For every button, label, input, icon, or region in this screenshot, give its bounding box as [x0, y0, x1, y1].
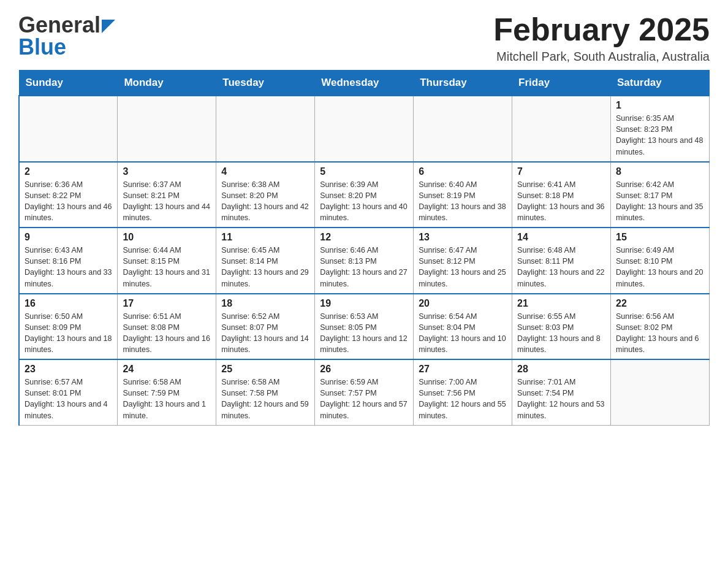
table-row: 21Sunrise: 6:55 AM Sunset: 8:03 PM Dayli…	[512, 294, 611, 360]
day-number: 14	[517, 232, 605, 243]
day-number: 18	[221, 298, 309, 309]
table-row: 13Sunrise: 6:47 AM Sunset: 8:12 PM Dayli…	[414, 228, 512, 294]
table-row: 8Sunrise: 6:42 AM Sunset: 8:17 PM Daylig…	[611, 162, 710, 228]
day-info: Sunrise: 6:43 AM Sunset: 8:16 PM Dayligh…	[25, 245, 112, 289]
day-info: Sunrise: 6:36 AM Sunset: 8:22 PM Dayligh…	[25, 179, 112, 224]
table-row: 16Sunrise: 6:50 AM Sunset: 8:09 PM Dayli…	[19, 294, 118, 360]
day-number: 25	[221, 364, 309, 375]
table-row: 24Sunrise: 6:58 AM Sunset: 7:59 PM Dayli…	[118, 359, 216, 425]
table-row: 2Sunrise: 6:36 AM Sunset: 8:22 PM Daylig…	[19, 162, 118, 228]
calendar-header-row: Sunday Monday Tuesday Wednesday Thursday…	[19, 71, 710, 96]
day-info: Sunrise: 6:35 AM Sunset: 8:23 PM Dayligh…	[616, 113, 704, 158]
location-subtitle: Mitchell Park, South Australia, Australi…	[493, 50, 710, 64]
day-info: Sunrise: 6:56 AM Sunset: 8:02 PM Dayligh…	[616, 311, 704, 356]
calendar-week-row: 16Sunrise: 6:50 AM Sunset: 8:09 PM Dayli…	[19, 294, 710, 360]
day-number: 20	[419, 298, 507, 309]
table-row: 4Sunrise: 6:38 AM Sunset: 8:20 PM Daylig…	[216, 162, 315, 228]
day-number: 22	[616, 298, 704, 309]
day-number: 16	[25, 298, 112, 309]
month-title: February 2025	[493, 12, 710, 47]
table-row: 11Sunrise: 6:45 AM Sunset: 8:14 PM Dayli…	[216, 228, 315, 294]
day-info: Sunrise: 6:39 AM Sunset: 8:20 PM Dayligh…	[320, 179, 408, 224]
logo-blue: Blue	[18, 34, 66, 60]
day-number: 3	[123, 166, 211, 177]
day-info: Sunrise: 6:49 AM Sunset: 8:10 PM Dayligh…	[616, 245, 704, 289]
day-info: Sunrise: 6:42 AM Sunset: 8:17 PM Dayligh…	[616, 179, 704, 224]
day-number: 11	[221, 232, 309, 243]
day-info: Sunrise: 6:58 AM Sunset: 7:58 PM Dayligh…	[221, 377, 309, 421]
table-row: 25Sunrise: 6:58 AM Sunset: 7:58 PM Dayli…	[216, 359, 315, 425]
table-row: 15Sunrise: 6:49 AM Sunset: 8:10 PM Dayli…	[611, 228, 710, 294]
day-info: Sunrise: 6:41 AM Sunset: 8:18 PM Dayligh…	[517, 179, 605, 224]
day-number: 27	[419, 364, 507, 375]
day-number: 9	[25, 232, 112, 243]
day-number: 7	[517, 166, 605, 177]
table-row	[611, 359, 710, 425]
day-info: Sunrise: 6:57 AM Sunset: 8:01 PM Dayligh…	[25, 377, 112, 421]
day-number: 28	[517, 364, 605, 375]
table-row: 14Sunrise: 6:48 AM Sunset: 8:11 PM Dayli…	[512, 228, 611, 294]
day-number: 21	[517, 298, 605, 309]
day-info: Sunrise: 6:59 AM Sunset: 7:57 PM Dayligh…	[320, 377, 408, 421]
day-number: 24	[123, 364, 211, 375]
day-number: 12	[320, 232, 408, 243]
table-row: 19Sunrise: 6:53 AM Sunset: 8:05 PM Dayli…	[315, 294, 414, 360]
col-wednesday: Wednesday	[315, 71, 414, 96]
table-row	[315, 96, 414, 162]
day-number: 1	[616, 100, 704, 111]
day-info: Sunrise: 6:55 AM Sunset: 8:03 PM Dayligh…	[517, 311, 605, 356]
day-info: Sunrise: 7:01 AM Sunset: 7:54 PM Dayligh…	[517, 377, 605, 421]
day-number: 17	[123, 298, 211, 309]
col-friday: Friday	[512, 71, 611, 96]
day-number: 23	[25, 364, 112, 375]
table-row: 27Sunrise: 7:00 AM Sunset: 7:56 PM Dayli…	[414, 359, 512, 425]
day-info: Sunrise: 6:58 AM Sunset: 7:59 PM Dayligh…	[123, 377, 211, 421]
day-info: Sunrise: 6:53 AM Sunset: 8:05 PM Dayligh…	[320, 311, 408, 356]
day-number: 5	[320, 166, 408, 177]
table-row: 1Sunrise: 6:35 AM Sunset: 8:23 PM Daylig…	[611, 96, 710, 162]
day-info: Sunrise: 7:00 AM Sunset: 7:56 PM Dayligh…	[419, 377, 507, 421]
day-number: 10	[123, 232, 211, 243]
svg-marker-0	[102, 20, 115, 33]
table-row: 10Sunrise: 6:44 AM Sunset: 8:15 PM Dayli…	[118, 228, 216, 294]
day-number: 2	[25, 166, 112, 177]
col-monday: Monday	[118, 71, 216, 96]
col-sunday: Sunday	[19, 71, 118, 96]
calendar-week-row: 23Sunrise: 6:57 AM Sunset: 8:01 PM Dayli…	[19, 359, 710, 425]
table-row: 28Sunrise: 7:01 AM Sunset: 7:54 PM Dayli…	[512, 359, 611, 425]
calendar-table: Sunday Monday Tuesday Wednesday Thursday…	[18, 70, 710, 426]
table-row: 23Sunrise: 6:57 AM Sunset: 8:01 PM Dayli…	[19, 359, 118, 425]
day-info: Sunrise: 6:54 AM Sunset: 8:04 PM Dayligh…	[419, 311, 507, 356]
day-info: Sunrise: 6:38 AM Sunset: 8:20 PM Dayligh…	[221, 179, 309, 224]
table-row: 7Sunrise: 6:41 AM Sunset: 8:18 PM Daylig…	[512, 162, 611, 228]
day-info: Sunrise: 6:52 AM Sunset: 8:07 PM Dayligh…	[221, 311, 309, 356]
table-row	[19, 96, 118, 162]
table-row	[512, 96, 611, 162]
table-row: 5Sunrise: 6:39 AM Sunset: 8:20 PM Daylig…	[315, 162, 414, 228]
col-tuesday: Tuesday	[216, 71, 315, 96]
col-thursday: Thursday	[414, 71, 512, 96]
table-row	[414, 96, 512, 162]
table-row: 12Sunrise: 6:46 AM Sunset: 8:13 PM Dayli…	[315, 228, 414, 294]
day-info: Sunrise: 6:47 AM Sunset: 8:12 PM Dayligh…	[419, 245, 507, 289]
table-row: 3Sunrise: 6:37 AM Sunset: 8:21 PM Daylig…	[118, 162, 216, 228]
day-info: Sunrise: 6:44 AM Sunset: 8:15 PM Dayligh…	[123, 245, 211, 289]
day-number: 8	[616, 166, 704, 177]
day-info: Sunrise: 6:45 AM Sunset: 8:14 PM Dayligh…	[221, 245, 309, 289]
day-number: 15	[616, 232, 704, 243]
day-number: 13	[419, 232, 507, 243]
table-row: 9Sunrise: 6:43 AM Sunset: 8:16 PM Daylig…	[19, 228, 118, 294]
day-number: 26	[320, 364, 408, 375]
table-row	[216, 96, 315, 162]
table-row	[118, 96, 216, 162]
table-row: 20Sunrise: 6:54 AM Sunset: 8:04 PM Dayli…	[414, 294, 512, 360]
logo-arrow-icon	[102, 20, 115, 33]
table-row: 26Sunrise: 6:59 AM Sunset: 7:57 PM Dayli…	[315, 359, 414, 425]
day-number: 19	[320, 298, 408, 309]
table-row: 17Sunrise: 6:51 AM Sunset: 8:08 PM Dayli…	[118, 294, 216, 360]
table-row: 6Sunrise: 6:40 AM Sunset: 8:19 PM Daylig…	[414, 162, 512, 228]
page-header: General Blue February 2025 Mitchell Park…	[18, 12, 710, 64]
logo: General Blue	[18, 12, 115, 60]
calendar-week-row: 9Sunrise: 6:43 AM Sunset: 8:16 PM Daylig…	[19, 228, 710, 294]
col-saturday: Saturday	[611, 71, 710, 96]
